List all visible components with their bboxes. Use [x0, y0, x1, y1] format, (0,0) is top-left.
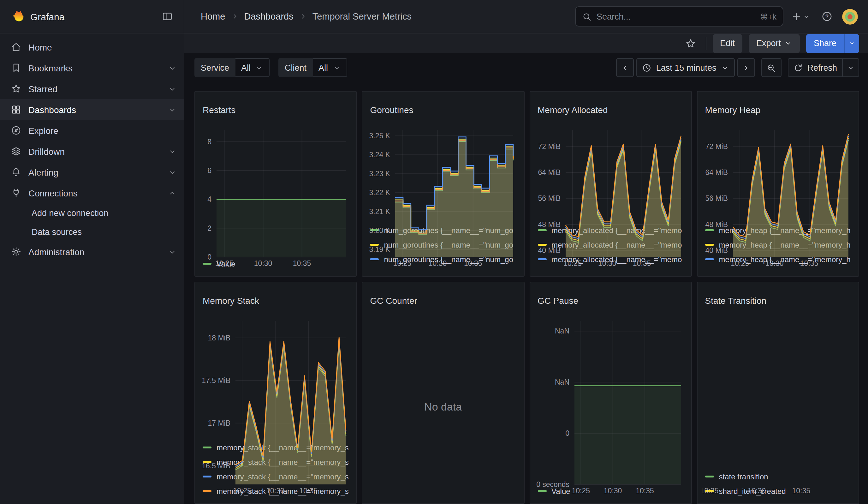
svg-text:40 MiB: 40 MiB	[538, 247, 560, 255]
client-filter-value[interactable]: All	[313, 58, 347, 77]
bell-icon	[11, 167, 21, 177]
chevron-down-icon[interactable]	[168, 63, 177, 72]
service-filter-selected: All	[241, 63, 251, 72]
client-filter-label: Client	[278, 58, 313, 77]
panel-title[interactable]: GC Pause	[535, 295, 686, 309]
refresh-icon	[793, 63, 803, 72]
panel-goroutines: Goroutines 3.19 K3.20 K3.21 K3.22 K3.23 …	[362, 91, 525, 277]
panel-title[interactable]: Memory Stack	[200, 295, 351, 309]
breadcrumb-home[interactable]: Home	[201, 11, 225, 21]
svg-text:10:30: 10:30	[747, 487, 766, 495]
sidebar-item-drilldown[interactable]: Drilldown	[0, 141, 184, 162]
plus-icon	[791, 11, 802, 22]
panel-title[interactable]: State Transition	[703, 295, 854, 309]
svg-text:3.22 K: 3.22 K	[369, 188, 391, 197]
sidebar-item-administration[interactable]: Administration	[0, 241, 184, 262]
svg-text:NaN: NaN	[555, 327, 569, 336]
gc-pause-chart: 0 seconds0NaNNaN10:2510:3010:35	[535, 316, 686, 481]
memory-heap-chart: 40 MiB48 MiB56 MiB64 MiB72 MiB10:2510:30…	[703, 125, 854, 220]
grafana-logo[interactable]	[10, 10, 24, 23]
favorite-button[interactable]	[681, 34, 699, 52]
share-menu-button[interactable]	[844, 34, 859, 53]
svg-text:10:30: 10:30	[598, 259, 616, 267]
refresh-button[interactable]: Refresh	[787, 58, 843, 77]
dashboard-toolbar: Edit Export Share	[184, 33, 868, 53]
chevron-up-icon[interactable]	[168, 188, 177, 197]
zoom-out-button[interactable]	[761, 58, 781, 77]
time-range-picker[interactable]: Last 15 minutes	[637, 58, 735, 77]
svg-text:0 seconds: 0 seconds	[536, 480, 569, 488]
search-input[interactable]: Search... ⌘+k	[575, 6, 783, 27]
chevron-down-icon	[721, 63, 729, 72]
chevron-left-icon	[621, 63, 630, 72]
filter-row: Service All Client All	[184, 53, 868, 77]
time-shift-back-button[interactable]	[617, 58, 634, 77]
client-filter: Client All	[278, 58, 347, 77]
svg-text:10:25: 10:25	[233, 487, 251, 495]
search-shortcut-hint: ⌘+k	[760, 12, 776, 21]
sidebar-item-bookmarks[interactable]: Bookmarks	[0, 58, 184, 78]
service-filter-value[interactable]: All	[236, 58, 270, 77]
svg-text:10:30: 10:30	[254, 259, 272, 267]
refresh-interval-button[interactable]	[843, 58, 859, 77]
chevron-down-icon[interactable]	[168, 147, 177, 156]
sidebar-toggle-button[interactable]	[158, 8, 176, 25]
svg-text:56 MiB: 56 MiB	[705, 195, 728, 203]
plug-icon	[11, 187, 21, 198]
chevron-down-icon	[255, 63, 263, 72]
chevron-down-icon	[802, 12, 810, 21]
memory-stack-chart: 16.5 MiB17 MiB17.5 MiB18 MiB10:2510:3010…	[200, 316, 351, 438]
star-icon	[11, 83, 21, 94]
panel-memory-allocated: Memory Allocated 40 MiB48 MiB56 MiB64 Mi…	[529, 91, 692, 277]
time-range-label: Last 15 minutes	[656, 63, 716, 72]
help-button[interactable]: ?	[818, 8, 836, 25]
breadcrumb-dashboards[interactable]: Dashboards	[244, 11, 293, 21]
panel-title[interactable]: Goroutines	[368, 104, 519, 118]
sidebar-item-label: Connections	[28, 188, 161, 198]
chevron-down-icon[interactable]	[168, 168, 177, 176]
sidebar-item-add-new-connection[interactable]: Add new connection	[0, 203, 184, 222]
svg-text:0: 0	[565, 430, 569, 438]
sidebar-item-starred[interactable]: Starred	[0, 78, 184, 99]
svg-text:10:25: 10:25	[215, 259, 234, 267]
panel-title[interactable]: GC Counter	[368, 295, 519, 309]
chevron-down-icon[interactable]	[168, 247, 177, 256]
svg-text:4: 4	[207, 195, 211, 204]
chevron-down-icon[interactable]	[168, 105, 177, 114]
sidebar-item-data-sources[interactable]: Data sources	[0, 222, 184, 241]
edit-button[interactable]: Edit	[712, 34, 742, 53]
sidebar-navigation: Home Bookmarks Starred Dashboards Explor…	[0, 33, 184, 504]
sidebar-item-explore[interactable]: Explore	[0, 120, 184, 141]
add-new-button[interactable]	[790, 10, 812, 23]
dashboard-main: Edit Export Share Service All	[184, 33, 868, 504]
sidebar-item-connections[interactable]: Connections	[0, 183, 184, 203]
panel-gc-counter: GC Counter No data	[362, 282, 525, 504]
svg-text:72 MiB: 72 MiB	[705, 142, 728, 151]
panel-grid: Restarts 0246810:2510:3010:35 Value Goro…	[184, 77, 868, 504]
svg-text:10:25: 10:25	[563, 259, 581, 267]
chevron-down-icon[interactable]	[168, 84, 177, 93]
export-button[interactable]: Export	[749, 34, 800, 53]
svg-text:16.5 MiB: 16.5 MiB	[202, 462, 230, 470]
svg-text:10:35: 10:35	[800, 259, 818, 267]
panel-title[interactable]: Memory Allocated	[535, 104, 686, 118]
nav-brand-section: Grafana	[0, 0, 184, 33]
share-button[interactable]: Share	[806, 34, 844, 53]
svg-text:3.23 K: 3.23 K	[369, 169, 391, 178]
panel-title[interactable]: Memory Heap	[703, 104, 854, 118]
brand-title: Grafana	[30, 11, 158, 22]
sidebar-item-dashboards[interactable]: Dashboards	[0, 99, 184, 120]
svg-text:10:35: 10:35	[464, 259, 483, 267]
panel-title[interactable]: Restarts	[200, 104, 351, 118]
export-label: Export	[756, 39, 781, 48]
svg-text:17 MiB: 17 MiB	[208, 419, 230, 427]
zoom-out-icon	[766, 63, 776, 72]
sidebar-subitem-label: Add new connection	[32, 208, 184, 218]
sidebar-item-alerting[interactable]: Alerting	[0, 162, 184, 183]
svg-text:64 MiB: 64 MiB	[705, 168, 728, 176]
time-shift-forward-button[interactable]	[737, 58, 755, 77]
user-avatar[interactable]	[842, 9, 858, 24]
panel-restarts: Restarts 0246810:2510:3010:35 Value	[194, 91, 357, 277]
sidebar-item-home[interactable]: Home	[0, 37, 184, 58]
compass-icon	[11, 125, 21, 136]
